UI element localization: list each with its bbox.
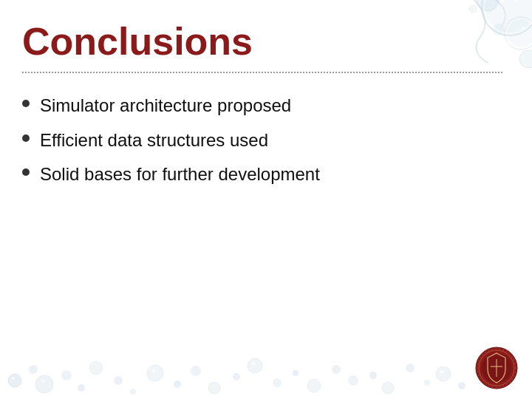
bullet-icon (22, 134, 30, 142)
bullet-text: Solid bases for further development (40, 163, 320, 186)
bullet-text: Simulator architecture proposed (40, 94, 291, 117)
slide: Conclusions Simulator architecture propo… (0, 0, 532, 399)
slide-content: Conclusions Simulator architecture propo… (0, 0, 532, 399)
bullet-icon (22, 168, 30, 176)
bullet-text: Efficient data structures used (40, 129, 268, 152)
bullet-icon (22, 100, 30, 107)
list-item: Simulator architecture proposed (22, 94, 502, 117)
list-item: Solid bases for further development (22, 163, 502, 186)
divider (22, 72, 502, 73)
slide-title: Conclusions (22, 21, 502, 63)
bullet-list: Simulator architecture proposed Efficien… (22, 94, 502, 186)
list-item: Efficient data structures used (22, 129, 502, 152)
